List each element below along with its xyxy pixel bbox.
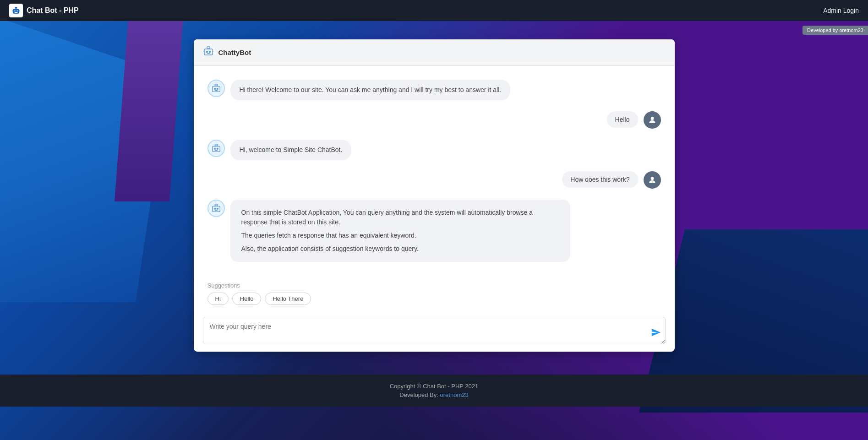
svg-rect-24: [215, 144, 218, 146]
svg-rect-5: [15, 12, 18, 13]
bot-avatar-1: [207, 80, 225, 97]
user-bubble-2: How does this work?: [562, 171, 638, 188]
suggestions-label: Suggestions: [207, 282, 661, 289]
footer-developer-link[interactable]: oretnom23: [440, 391, 469, 398]
main-content: ChattyBot Hi there! Welcome to o: [0, 21, 868, 365]
navbar-brand: Chat Bot - PHP: [9, 4, 79, 17]
bot-bubble-3: On this simple ChatBot Application, You …: [230, 200, 571, 262]
admin-login-link[interactable]: Admin Login: [823, 7, 859, 14]
navbar: Chat Bot - PHP Admin Login: [0, 0, 868, 21]
svg-point-12: [209, 51, 210, 53]
suggestion-chip-hello[interactable]: Hello: [232, 293, 262, 305]
message-row-user-2: How does this work?: [207, 171, 661, 189]
chat-messages: Hi there! Welcome to our site. You can a…: [194, 66, 675, 277]
navbar-brand-label: Chat Bot - PHP: [27, 6, 79, 15]
message-row-bot-1: Hi there! Welcome to our site. You can a…: [207, 80, 661, 100]
chatbot-header-icon: [203, 46, 214, 59]
svg-point-3: [14, 11, 16, 12]
footer: Copyright © Chat Bot - PHP 2021 Develope…: [0, 375, 868, 407]
user-avatar-1: [644, 111, 661, 129]
suggestions-section: Suggestions Hi Hello Hello There: [194, 277, 675, 312]
bot-avatar-3: [207, 200, 225, 217]
footer-developed-by-label: Developed By:: [399, 391, 438, 398]
user-bubble-1: Hello: [607, 111, 638, 128]
svg-point-20: [217, 88, 218, 90]
chat-header: ChattyBot: [194, 39, 675, 66]
suggestion-chip-hi[interactable]: Hi: [207, 293, 229, 305]
message-row-user-1: Hello: [207, 111, 661, 129]
suggestion-chip-hello-there[interactable]: Hello There: [265, 293, 311, 305]
svg-point-4: [16, 11, 18, 12]
svg-rect-23: [212, 146, 220, 152]
svg-rect-16: [212, 86, 220, 92]
bot-bubble-2: Hi, welcome to Simple Site ChatBot.: [230, 140, 352, 160]
user-avatar-2: [644, 171, 661, 189]
navbar-brand-icon: [9, 4, 23, 17]
svg-rect-8: [204, 49, 213, 55]
svg-point-27: [217, 148, 218, 150]
chat-header-title: ChattyBot: [218, 49, 251, 56]
svg-point-22: [650, 117, 654, 120]
svg-point-19: [214, 88, 215, 90]
svg-rect-30: [212, 206, 220, 212]
suggestions-chips: Hi Hello Hello There: [207, 293, 661, 305]
bot-avatar-2: [207, 140, 225, 157]
svg-point-33: [214, 208, 215, 210]
svg-point-34: [217, 208, 218, 210]
message-row-bot-2: Hi, welcome to Simple Site ChatBot.: [207, 140, 661, 160]
message-row-bot-3: On this simple ChatBot Application, You …: [207, 200, 661, 262]
chat-input[interactable]: [203, 317, 666, 344]
svg-point-11: [206, 51, 207, 53]
chat-input-area: [194, 312, 675, 352]
svg-rect-31: [215, 204, 218, 206]
bot-bubble-1: Hi there! Welcome to our site. You can a…: [230, 80, 511, 100]
footer-developer: Developed By: oretnom23: [0, 391, 868, 398]
svg-rect-17: [215, 84, 218, 86]
chat-widget: ChattyBot Hi there! Welcome to o: [194, 39, 675, 352]
svg-point-29: [650, 177, 654, 180]
footer-copyright: Copyright © Chat Bot - PHP 2021: [0, 383, 868, 390]
svg-rect-1: [15, 7, 17, 9]
dev-badge: Developed by oretnom23: [802, 26, 868, 35]
svg-rect-0: [13, 9, 19, 14]
svg-point-26: [214, 148, 215, 150]
svg-rect-9: [207, 47, 210, 49]
send-button[interactable]: [651, 327, 661, 340]
